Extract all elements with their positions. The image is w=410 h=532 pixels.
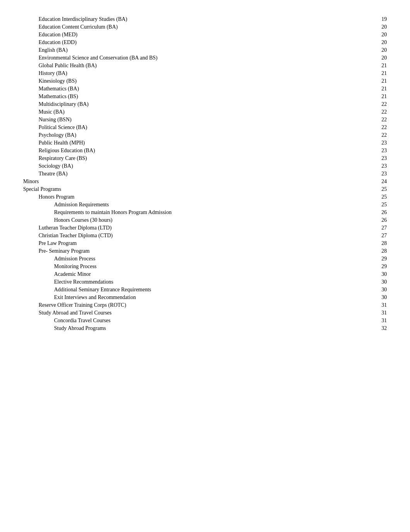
toc-page: 30	[375, 271, 387, 277]
toc-page: 20	[375, 24, 387, 30]
toc-page: 23	[375, 140, 387, 146]
toc-label: Mathematics (BA)	[23, 86, 375, 92]
toc-label: Public Health (MPH)	[23, 140, 375, 146]
toc-label: Reserve Officer Training Corps (ROTC)	[23, 302, 375, 308]
toc-row: Lutheran Teacher Diploma (LTD)27	[23, 224, 387, 232]
toc-label: Special Programs	[23, 186, 375, 192]
toc-label: Education Interdisciplinary Studies (BA)	[23, 16, 375, 22]
toc-row: Mathematics (BS)21	[23, 93, 387, 100]
toc-label: Honors Program	[23, 194, 375, 200]
toc-row: Political Science (BA)22	[23, 124, 387, 131]
toc-page: 27	[375, 233, 387, 239]
toc-row: Requirements to maintain Honors Program …	[23, 209, 387, 216]
toc-label: Lutheran Teacher Diploma (LTD)	[23, 225, 375, 231]
toc-row: Education (MED)20	[23, 31, 387, 39]
toc-row: Additional Seminary Entrance Requirement…	[23, 286, 387, 294]
toc-page: 25	[375, 194, 387, 200]
toc-row: Pre Law Program28	[23, 240, 387, 247]
toc-page: 22	[375, 124, 387, 131]
toc-row: Admission Process29	[23, 255, 387, 263]
toc-label: History (BA)	[23, 70, 375, 76]
toc-label: Education Content Curriculum (BA)	[23, 24, 375, 30]
toc-row: Pre- Seminary Program28	[23, 247, 387, 255]
toc-label: Admission Process	[23, 256, 375, 262]
toc-page: 32	[375, 325, 387, 331]
toc-page: 29	[375, 263, 387, 270]
toc-page: 20	[375, 32, 387, 38]
toc-page: 31	[375, 310, 387, 316]
toc-label: Additional Seminary Entrance Requirement…	[23, 287, 375, 293]
toc-label: Global Public Health (BA)	[23, 63, 375, 69]
toc-row: Music (BA)22	[23, 108, 387, 116]
toc-label: Pre Law Program	[23, 240, 375, 246]
toc-page: 21	[375, 86, 387, 92]
toc-row: English (BA)20	[23, 46, 387, 54]
toc-row: Study Abroad and Travel Courses31	[23, 309, 387, 317]
toc-row: Special Programs25	[23, 185, 387, 193]
toc-label: Study Abroad Programs	[23, 325, 375, 331]
toc-row: Minors24	[23, 178, 387, 185]
toc-row: Multidisciplinary (BA)22	[23, 100, 387, 108]
toc-page: 26	[375, 209, 387, 216]
toc-page: 21	[375, 63, 387, 69]
toc-page: 23	[375, 155, 387, 161]
toc-label: Music (BA)	[23, 109, 375, 115]
toc-label: Honors Courses (30 hours)	[23, 217, 375, 223]
toc-container: Education Interdisciplinary Studies (BA)…	[23, 15, 387, 332]
toc-page: 30	[375, 287, 387, 293]
toc-page: 30	[375, 279, 387, 285]
toc-page: 20	[375, 39, 387, 46]
toc-label: Study Abroad and Travel Courses	[23, 310, 375, 316]
toc-page: 22	[375, 109, 387, 115]
toc-row: Concordia Travel Courses31	[23, 317, 387, 325]
toc-row: Monitoring Process29	[23, 263, 387, 270]
toc-page: 20	[375, 55, 387, 61]
toc-page: 29	[375, 256, 387, 262]
toc-row: Global Public Health (BA)21	[23, 62, 387, 70]
toc-label: Education (EDD)	[23, 39, 375, 46]
toc-label: Concordia Travel Courses	[23, 318, 375, 324]
toc-label: Kinesiology (BS)	[23, 78, 375, 84]
toc-page: 19	[375, 16, 387, 22]
toc-row: Mathematics (BA)21	[23, 85, 387, 93]
toc-row: Education Content Curriculum (BA)20	[23, 23, 387, 31]
toc-page: 20	[375, 47, 387, 53]
toc-row: Education Interdisciplinary Studies (BA)…	[23, 15, 387, 23]
toc-page: 21	[375, 70, 387, 76]
toc-row: Environmental Science and Conservation (…	[23, 54, 387, 62]
toc-page: 28	[375, 248, 387, 254]
toc-label: Mathematics (BS)	[23, 93, 375, 100]
toc-page: 25	[375, 202, 387, 208]
toc-page: 23	[375, 148, 387, 154]
toc-row: Religious Education (BA)23	[23, 147, 387, 155]
toc-label: Elective Recommendations	[23, 279, 375, 285]
toc-label: Pre- Seminary Program	[23, 248, 375, 254]
toc-label: Psychology (BA)	[23, 132, 375, 138]
toc-label: Respiratory Care (BS)	[23, 155, 375, 161]
toc-page: 22	[375, 132, 387, 138]
toc-label: Political Science (BA)	[23, 124, 375, 131]
toc-row: Elective Recommendations30	[23, 278, 387, 286]
toc-label: Nursing (BSN)	[23, 117, 375, 123]
toc-label: Environmental Science and Conservation (…	[23, 55, 375, 61]
toc-row: Reserve Officer Training Corps (ROTC)31	[23, 301, 387, 309]
toc-page: 31	[375, 302, 387, 308]
toc-label: Sociology (BA)	[23, 163, 375, 169]
toc-row: Admission Requirements25	[23, 201, 387, 209]
toc-label: Exit Interviews and Recommendation	[23, 294, 375, 301]
toc-label: Monitoring Process	[23, 263, 375, 270]
toc-page: 24	[375, 178, 387, 185]
toc-page: 23	[375, 171, 387, 177]
toc-page: 27	[375, 225, 387, 231]
toc-label: English (BA)	[23, 47, 375, 53]
toc-label: Academic Minor	[23, 271, 375, 277]
toc-page: 21	[375, 78, 387, 84]
toc-page: 21	[375, 93, 387, 100]
toc-row: Kinesiology (BS)21	[23, 77, 387, 85]
toc-row: Respiratory Care (BS)23	[23, 155, 387, 162]
toc-page: 26	[375, 217, 387, 223]
toc-label: Theatre (BA)	[23, 171, 375, 177]
toc-page: 28	[375, 240, 387, 246]
toc-page: 25	[375, 186, 387, 192]
toc-page: 23	[375, 163, 387, 169]
